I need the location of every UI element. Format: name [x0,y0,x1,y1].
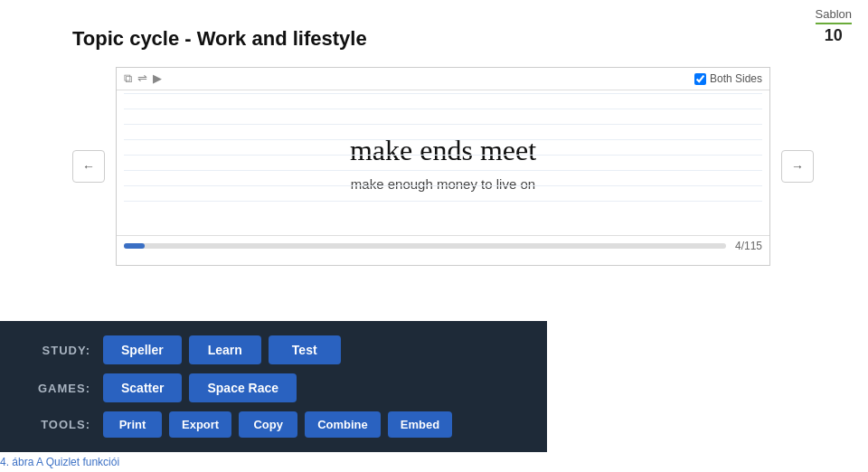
caption-text: 4. ábra A Quizlet funkciói [0,456,119,468]
both-sides-label: Both Sides [694,72,762,85]
main-content: Topic cycle - Work and lifestyle ← ⧉ ⇌ ▶… [0,0,868,275]
flashcard: ⧉ ⇌ ▶ Both Sides [116,67,770,266]
tools-row: TOOLS: Print Export Copy Combine Embed [18,411,529,438]
page-title: Topic cycle - Work and lifestyle [72,27,814,51]
speller-button[interactable]: Speller [103,335,182,364]
embed-button[interactable]: Embed [388,411,452,438]
sablon-number: 10 [816,23,852,45]
flashcard-wrapper: ← ⧉ ⇌ ▶ Both Sides [72,67,814,266]
study-buttons: Speller Learn Test [103,335,341,364]
flashcard-sub-text: make enough money to live on [351,176,535,192]
expand-icon[interactable]: ⧉ [124,71,132,86]
copy-button[interactable]: Copy [239,411,297,438]
flashcard-footer: 4/115 [117,235,769,256]
shuffle-icon[interactable]: ⇌ [137,71,147,86]
export-button[interactable]: Export [169,411,231,438]
tools-label: TOOLS: [18,418,90,431]
flashcard-icons: ⧉ ⇌ ▶ [124,71,162,86]
page-wrapper: Sablon 10 Topic cycle - Work and lifesty… [0,0,868,275]
bottom-caption: 4. ábra A Quizlet funkciói [0,456,119,468]
both-sides-text: Both Sides [710,72,762,85]
progress-bar [124,243,726,249]
progress-text: 4/115 [735,240,762,252]
games-row: GAMES: Scatter Space Race [18,373,529,402]
next-card-button[interactable]: → [781,150,814,183]
flashcard-body: make ends meet make enough money to live… [117,90,769,235]
both-sides-checkbox[interactable] [694,73,706,85]
test-button[interactable]: Test [269,335,341,364]
scatter-button[interactable]: Scatter [103,373,182,402]
prev-card-button[interactable]: ← [72,150,105,183]
flashcard-toolbar: ⧉ ⇌ ▶ Both Sides [117,68,769,90]
progress-bar-fill [124,243,145,249]
flashcard-main-text: make ends meet [350,134,536,167]
games-label: GAMES: [18,382,90,395]
space-race-button[interactable]: Space Race [189,373,297,402]
games-buttons: Scatter Space Race [103,373,297,402]
combine-button[interactable]: Combine [305,411,381,438]
learn-button[interactable]: Learn [189,335,261,364]
study-row: STUDY: Speller Learn Test [18,335,529,364]
audio-icon[interactable]: ▶ [153,71,162,86]
tools-buttons: Print Export Copy Combine Embed [103,411,452,438]
print-button[interactable]: Print [103,411,162,438]
sablon-label: Sablon 10 [816,7,852,45]
study-label: STUDY: [18,344,90,357]
bottom-panel: STUDY: Speller Learn Test GAMES: Scatter… [0,321,547,452]
sablon-text: Sablon [816,7,852,21]
